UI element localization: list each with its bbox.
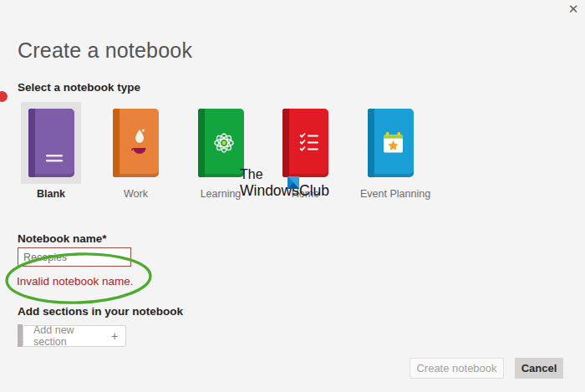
notebook-tile-background (276, 102, 336, 184)
create-notebook-button[interactable]: Create notebook (410, 358, 504, 379)
notebook-name-label: Notebook name* (18, 232, 107, 245)
event-planning-notebook-cover (368, 109, 414, 177)
notebook-type-label-text: Event Planning (360, 188, 420, 200)
notebook-type-label: Select a notebook type (18, 81, 140, 94)
add-section-input[interactable]: Add new section + (23, 325, 126, 347)
notebook-type-label-text: Home (276, 188, 336, 200)
notebook-spine (198, 109, 205, 177)
notebook-type-label-text: Learning (191, 188, 251, 200)
notebook-spine (282, 109, 289, 177)
checklist-icon (289, 109, 328, 177)
learning-notebook-cover (198, 109, 244, 177)
add-section-plus-icon[interactable]: + (104, 329, 125, 343)
notebook-type-work[interactable]: Work (106, 102, 166, 200)
add-section-placeholder: Add new section (23, 324, 104, 348)
notebook-type-blank[interactable]: Blank (21, 102, 81, 200)
notebook-type-label-text: Blank (21, 188, 81, 200)
add-sections-label: Add sections in your notebook (18, 305, 183, 318)
page-title: Create a notebook (18, 38, 192, 63)
equals-lines-icon (35, 109, 74, 177)
atom-icon (205, 109, 244, 177)
notebook-type-learning[interactable]: Learning (191, 102, 251, 200)
calendar-star-icon (374, 109, 414, 177)
create-notebook-dialog: ✕ Create a notebook Select a notebook ty… (0, 0, 585, 392)
coffee-cup-icon (120, 109, 159, 177)
red-dot-annotation (0, 91, 8, 102)
notebook-tile-background (106, 102, 166, 184)
cancel-button[interactable]: Cancel (515, 358, 563, 379)
home-notebook-cover (282, 109, 328, 177)
notebook-spine (368, 109, 374, 177)
notebook-spine (113, 109, 120, 177)
notebook-type-home[interactable]: Home (276, 102, 336, 200)
close-icon[interactable]: ✕ (563, 0, 583, 20)
blank-notebook-cover (28, 109, 74, 177)
work-notebook-cover (113, 109, 159, 177)
notebook-name-input[interactable] (18, 247, 131, 267)
notebook-tile-background (360, 102, 420, 184)
notebook-type-label-text: Work (106, 188, 166, 200)
error-message: Invalid notebook name. (17, 275, 134, 288)
notebook-type-event-planning[interactable]: Event Planning (360, 102, 420, 200)
notebook-type-list: BlankWorkLearningHomeEvent Planning (21, 102, 420, 200)
notebook-spine (28, 109, 35, 177)
notebook-tile-background (21, 102, 81, 184)
notebook-tile-background (191, 102, 251, 184)
